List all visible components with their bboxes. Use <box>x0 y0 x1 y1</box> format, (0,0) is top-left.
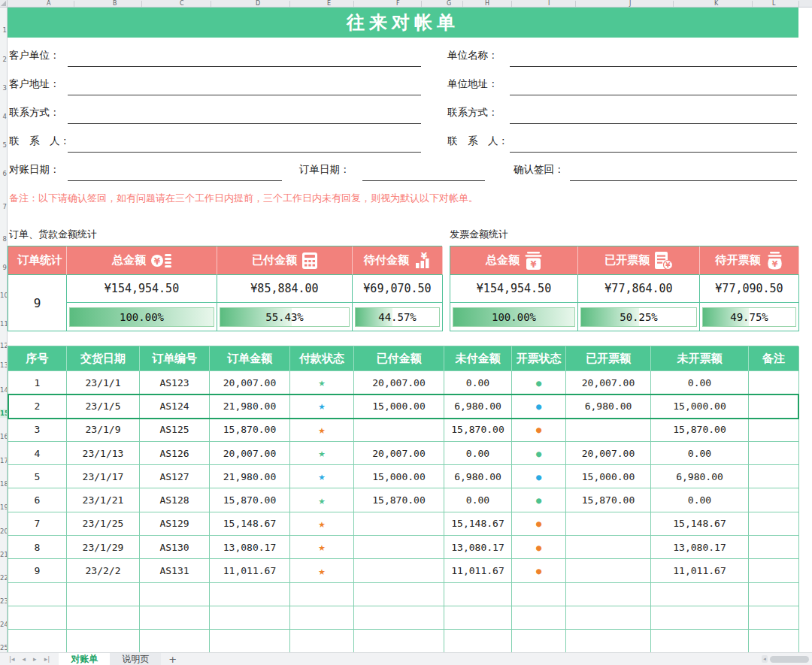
cell-empty[interactable] <box>444 630 512 653</box>
row-header[interactable]: 10 <box>0 291 7 300</box>
cell-inv-status[interactable] <box>512 371 566 394</box>
invoiced-header-cell[interactable]: 已开票额 ¥ <box>578 246 700 275</box>
cell-invoiced[interactable] <box>566 512 651 536</box>
cell-empty[interactable] <box>67 606 140 630</box>
cell-order[interactable]: AS123 <box>140 371 210 394</box>
cell-amount[interactable]: 15,148.67 <box>210 512 290 536</box>
row-header[interactable]: 18 <box>0 479 7 488</box>
select-all-corner[interactable] <box>0 0 8 8</box>
row-header[interactable]: 24 <box>0 620 7 629</box>
cell-amount[interactable]: 15,870.00 <box>210 419 290 442</box>
cell-amount[interactable]: 11,011.67 <box>210 559 290 582</box>
input-customer-unit[interactable] <box>68 66 421 67</box>
cell-seq[interactable]: 2 <box>8 394 67 418</box>
scrollbar-thumb[interactable] <box>770 656 809 663</box>
cell-invoiced[interactable]: 15,870.00 <box>566 488 651 512</box>
cell-inv-status[interactable] <box>512 465 566 488</box>
cell-empty[interactable] <box>749 630 799 653</box>
cell-invoiced[interactable]: 20,007.00 <box>566 371 651 394</box>
cell-unpaid[interactable]: 15,870.00 <box>444 419 512 442</box>
th-uninvoiced[interactable]: 未开票额 <box>651 346 749 371</box>
cell-order[interactable]: AS128 <box>140 488 210 512</box>
order-stats-header-cell[interactable]: 订单统计 <box>8 246 67 275</box>
cell-remark[interactable] <box>749 394 799 418</box>
invoice-total-header-cell[interactable]: 总金额 ¥ <box>450 246 578 275</box>
cell-empty[interactable] <box>354 606 444 630</box>
cell-paid[interactable] <box>354 419 444 442</box>
first-sheet-icon[interactable]: |◂ <box>9 655 15 663</box>
cell-amount[interactable]: 15,870.00 <box>210 488 290 512</box>
cell-date[interactable]: 23/1/9 <box>67 419 140 442</box>
input-contact-left[interactable] <box>68 123 421 124</box>
cell-empty[interactable] <box>210 583 290 606</box>
input-person-left[interactable] <box>68 152 421 153</box>
cell-uninvoiced[interactable]: 13,080.17 <box>651 536 749 559</box>
column-header[interactable]: J <box>629 0 631 8</box>
cell-order[interactable]: AS129 <box>140 512 210 536</box>
cell-inv-status[interactable] <box>512 488 566 512</box>
th-date[interactable]: 交货日期 <box>67 346 140 371</box>
th-pay-status[interactable]: 付款状态 <box>290 346 354 371</box>
row-header[interactable]: 11 <box>0 319 7 328</box>
cell-empty[interactable] <box>67 630 140 653</box>
cell-uninvoiced[interactable]: 11,011.67 <box>651 559 749 582</box>
cell-empty[interactable] <box>8 606 67 630</box>
cell-seq[interactable]: 3 <box>8 419 67 442</box>
input-person-right[interactable] <box>510 152 797 153</box>
cell-empty[interactable] <box>566 630 651 653</box>
sheet-tab-instructions[interactable]: 说明页 <box>110 653 161 665</box>
cell-invoiced[interactable]: 20,007.00 <box>566 442 651 465</box>
cell-inv-status[interactable] <box>512 419 566 442</box>
cell-empty[interactable] <box>210 630 290 653</box>
th-seq[interactable]: 序号 <box>8 346 67 371</box>
cell-empty[interactable] <box>749 606 799 630</box>
sheet-tab-statement[interactable]: 对账单 <box>59 653 110 665</box>
total-amount-header-cell[interactable]: 总金额 ¥ <box>67 246 217 275</box>
prev-sheet-icon[interactable]: ◂ <box>23 655 26 663</box>
row-header[interactable]: 21 <box>0 550 7 559</box>
cell-uninvoiced[interactable]: 15,000.00 <box>651 394 749 418</box>
cell-pay-status[interactable] <box>290 559 354 582</box>
cell-inv-status[interactable] <box>512 394 566 418</box>
cell-amount[interactable]: 21,980.00 <box>210 465 290 488</box>
row-header[interactable]: 17 <box>0 456 7 465</box>
row-header[interactable]: 13 <box>0 361 7 370</box>
column-header[interactable]: A <box>47 0 50 8</box>
cell-seq[interactable]: 9 <box>8 559 67 582</box>
th-unpaid[interactable]: 未付金额 <box>444 346 512 371</box>
cell-empty[interactable] <box>210 606 290 630</box>
row-header[interactable]: 1 <box>0 26 7 35</box>
cell-paid[interactable] <box>354 536 444 559</box>
cell-pay-status[interactable] <box>290 512 354 536</box>
cell-date[interactable]: 23/1/25 <box>67 512 140 536</box>
cell-empty[interactable] <box>512 606 566 630</box>
row-header[interactable]: 20 <box>0 527 7 536</box>
input-customer-address[interactable] <box>68 95 421 95</box>
input-confirm-sign[interactable] <box>570 180 797 181</box>
cell-amount[interactable]: 20,007.00 <box>210 371 290 394</box>
invoiced-percent-cell[interactable]: 50.25% <box>578 303 700 331</box>
cell-invoiced[interactable] <box>566 536 651 559</box>
cell-pay-status[interactable] <box>290 419 354 442</box>
cell-uninvoiced[interactable]: 0.00 <box>651 371 749 394</box>
cell-date[interactable]: 23/1/21 <box>67 488 140 512</box>
cell-order[interactable]: AS124 <box>140 394 210 418</box>
pending-amount-cell[interactable]: ¥69,070.50 <box>353 275 443 303</box>
cell-invoiced[interactable]: 15,000.00 <box>566 465 651 488</box>
cell-amount[interactable]: 20,007.00 <box>210 442 290 465</box>
cell-pay-status[interactable] <box>290 488 354 512</box>
cell-empty[interactable] <box>444 606 512 630</box>
th-amount[interactable]: 订单金额 <box>210 346 290 371</box>
cell-remark[interactable] <box>749 442 799 465</box>
cell-inv-status[interactable] <box>512 536 566 559</box>
cell-seq[interactable]: 1 <box>8 371 67 394</box>
cell-empty[interactable] <box>444 583 512 606</box>
cell-unpaid[interactable]: 6,980.00 <box>444 465 512 488</box>
cell-date[interactable]: 23/1/13 <box>67 442 140 465</box>
cell-uninvoiced[interactable]: 15,870.00 <box>651 419 749 442</box>
cell-inv-status[interactable] <box>512 559 566 582</box>
cell-date[interactable]: 23/1/1 <box>67 371 140 394</box>
paid-amount-header-cell[interactable]: 已付金额 <box>217 246 353 275</box>
cell-remark[interactable] <box>749 559 799 582</box>
cell-uninvoiced[interactable]: 15,148.67 <box>651 512 749 536</box>
